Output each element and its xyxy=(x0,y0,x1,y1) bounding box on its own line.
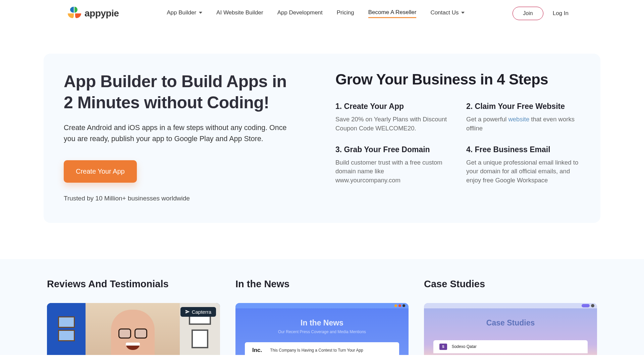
nav-label: App Builder xyxy=(167,9,196,16)
step-desc: Build customer trust with a free custom … xyxy=(335,158,449,185)
header: appypie App Builder AI Website Builder A… xyxy=(0,0,644,27)
step-desc: Get a powerful website that even works o… xyxy=(466,115,580,133)
step-title: 1. Create Your App xyxy=(335,102,449,111)
card-title: In the News xyxy=(235,279,409,290)
steps-grid: 1. Create Your App Save 20% on Yearly Pl… xyxy=(335,102,580,185)
step-title: 2. Claim Your Free Website xyxy=(466,102,580,111)
hero-title: App Builder to Build Apps in 2 Minutes w… xyxy=(64,71,299,113)
browser-chrome xyxy=(424,303,597,308)
chevron-down-icon xyxy=(461,12,465,14)
trusted-text: Trusted by 10 Million+ businesses worldw… xyxy=(64,195,299,202)
news-inner-title: In the News xyxy=(235,318,409,327)
nav-app-builder[interactable]: App Builder xyxy=(167,9,202,17)
case-inner-title: Case Studies xyxy=(424,318,597,327)
inc-text: This Company Is Having a Contest to Turn… xyxy=(270,348,363,353)
reviews-thumbnail[interactable]: Capterra xyxy=(47,303,220,355)
sodexo-text: Sodexo Qatar xyxy=(452,344,477,349)
card-reviews: Reviews And Testimonials xyxy=(47,279,220,355)
capterra-label: Capterra xyxy=(192,309,211,315)
join-button[interactable]: Join xyxy=(513,7,543,20)
login-link[interactable]: Log In xyxy=(553,10,569,17)
logo-icon xyxy=(67,6,82,21)
nav-label: App Development xyxy=(277,9,323,16)
website-link[interactable]: website xyxy=(508,116,529,123)
hero-left: App Builder to Build Apps in 2 Minutes w… xyxy=(64,71,299,202)
auth-area: Join Log In xyxy=(513,7,569,20)
step-2: 2. Claim Your Free Website Get a powerfu… xyxy=(466,102,580,133)
logo[interactable]: appypie xyxy=(67,6,119,21)
nav-app-development[interactable]: App Development xyxy=(277,9,323,17)
nav-label: Pricing xyxy=(337,9,354,16)
card-title: Case Studies xyxy=(424,279,597,290)
nav-ai-website-builder[interactable]: AI Website Builder xyxy=(216,9,263,17)
nav-contact-us[interactable]: Contact Us xyxy=(430,9,465,17)
logo-text: appypie xyxy=(85,8,119,19)
nav-pricing[interactable]: Pricing xyxy=(337,9,354,17)
case-item: S Sodexo Qatar xyxy=(433,340,588,353)
browser-chrome xyxy=(235,303,409,308)
news-item: Inc. This Company Is Having a Contest to… xyxy=(245,342,399,355)
step-desc: Save 20% on Yearly Plans with Discount C… xyxy=(335,115,449,133)
cards-row: Reviews And Testimonials xyxy=(0,259,644,355)
steps-heading: Grow Your Business in 4 Steps xyxy=(335,71,580,88)
news-thumbnail[interactable]: In the News Our Recent Press Coverage an… xyxy=(235,303,409,355)
hero: App Builder to Build Apps in 2 Minutes w… xyxy=(44,54,600,223)
news-inner-sub: Our Recent Press Coverage and Media Ment… xyxy=(235,329,409,334)
text: Get a powerful xyxy=(466,116,508,123)
paper-plane-icon xyxy=(185,309,190,314)
card-news: In the News In the News Our Recent Press… xyxy=(235,279,409,355)
nav-become-reseller[interactable]: Become A Reseller xyxy=(368,9,417,18)
hero-subtitle: Create Android and iOS apps in a few ste… xyxy=(64,122,299,145)
case-thumbnail[interactable]: Case Studies S Sodexo Qatar xyxy=(424,303,597,355)
hero-right: Grow Your Business in 4 Steps 1. Create … xyxy=(335,71,580,202)
step-1: 1. Create Your App Save 20% on Yearly Pl… xyxy=(335,102,449,133)
capterra-badge: Capterra xyxy=(180,307,216,317)
sodexo-icon: S xyxy=(439,344,447,350)
step-3: 3. Grab Your Free Domain Build customer … xyxy=(335,145,449,185)
create-your-app-button[interactable]: Create Your App xyxy=(64,160,137,183)
main-nav: App Builder AI Website Builder App Devel… xyxy=(167,9,465,18)
nav-label: AI Website Builder xyxy=(216,9,263,16)
step-title: 4. Free Business Email xyxy=(466,145,580,154)
card-case-studies: Case Studies Case Studies S Sodexo Qatar xyxy=(424,279,597,355)
card-title: Reviews And Testimonials xyxy=(47,279,220,290)
nav-label: Become A Reseller xyxy=(368,9,417,16)
step-desc: Get a unique professional email linked t… xyxy=(466,158,580,185)
step-title: 3. Grab Your Free Domain xyxy=(335,145,449,154)
inc-logo: Inc. xyxy=(252,347,262,354)
chevron-down-icon xyxy=(199,12,202,14)
nav-label: Contact Us xyxy=(430,9,459,16)
step-4: 4. Free Business Email Get a unique prof… xyxy=(466,145,580,185)
